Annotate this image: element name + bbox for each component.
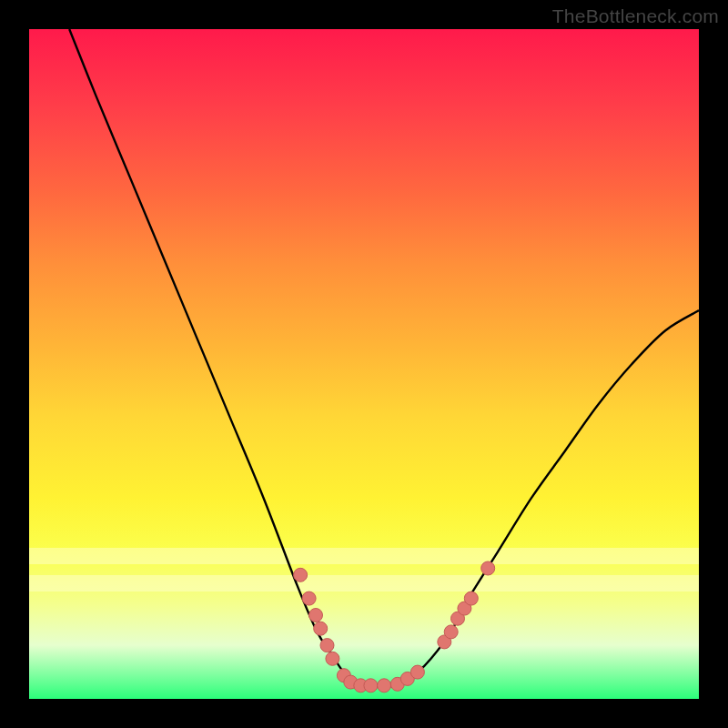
marker-dot xyxy=(320,639,334,652)
plot-area xyxy=(29,29,699,699)
marker-dot xyxy=(294,568,308,581)
chart-frame: TheBottleneck.com xyxy=(0,0,728,728)
marker-dot xyxy=(464,592,478,605)
curve-path xyxy=(69,29,699,686)
marker-dot xyxy=(481,561,495,575)
chart-svg xyxy=(29,29,699,699)
marker-dot xyxy=(302,592,316,605)
marker-dot xyxy=(309,609,323,622)
marker-dot xyxy=(326,652,339,665)
marker-group xyxy=(294,561,495,693)
marker-dot xyxy=(444,625,458,639)
marker-dot xyxy=(314,622,328,635)
marker-dot xyxy=(378,679,391,693)
marker-dot xyxy=(410,665,424,679)
marker-dot xyxy=(364,679,378,693)
watermark-label: TheBottleneck.com xyxy=(552,5,719,27)
